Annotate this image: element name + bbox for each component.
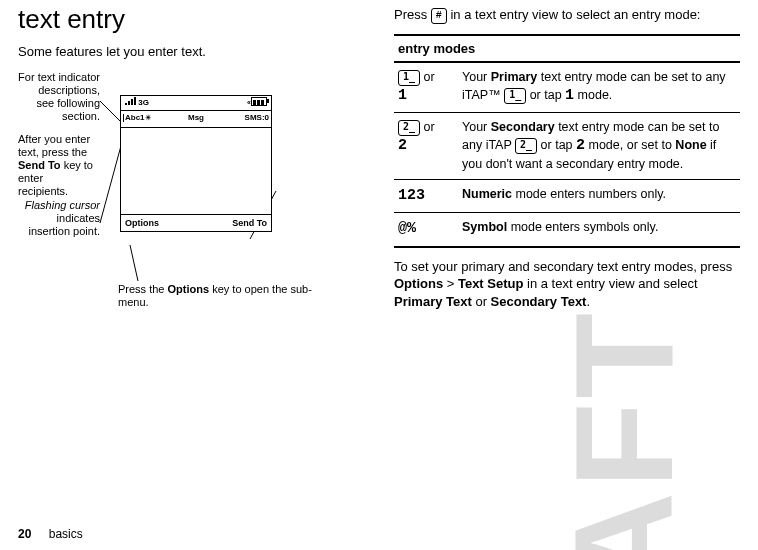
callout-options-b: Options [168,283,210,295]
input-mode-indicator: Abc1☀ [121,113,172,124]
network-label: 3G [138,98,149,107]
cursor-icon [123,114,124,122]
callout-cursor-em: Flashing cursor [25,199,100,211]
right-column: Press # in a text entry view to select a… [394,0,740,351]
right-intro-pre: Press [394,7,431,22]
mode-digit-1: 1 [398,87,407,104]
callout-indicators: For text indicator descriptions, see fol… [18,71,100,124]
itap1-icon: 1̲ [504,88,526,104]
callout-sendto-pre: After you enter text, press the [18,133,90,158]
hash-key-icon: # [431,8,447,24]
mode-symbol-icon: @% [398,220,416,237]
table-row: @% Symbol mode enters symbols only. [394,213,740,247]
row0-desc: Your Primary text entry mode can be set … [458,62,740,113]
callout-options-pre: Press the [118,283,168,295]
row0-or: or [420,70,435,84]
mode-icon-primary: 1̲ [398,70,420,86]
mode-icon-secondary: 2̲ [398,120,420,136]
phone-softkey-bar: Options Send To [121,214,271,231]
battery-icon: « [247,97,267,109]
page-title: text entry [18,2,364,37]
callout-cursor-rest: indicates insertion point. [28,212,100,237]
softkey-options[interactable]: Options [125,217,159,229]
phone-figure: 3G « Abc1☀ Msg SMS:0 Options Send To [18,71,364,351]
table-row: 123 Numeric mode enters numbers only. [394,180,740,213]
section-name: basics [49,527,83,541]
softkey-send-to[interactable]: Send To [232,217,267,229]
table-row: 1̲ or 1 Your Primary text entry mode can… [394,62,740,113]
page-number: 20 [18,527,31,541]
row2-desc: Numeric mode enters numbers only. [458,180,740,213]
mode-numeric-icon: 123 [398,187,425,204]
phone-mock: 3G « Abc1☀ Msg SMS:0 Options Send To [120,95,272,232]
callout-cursor: Flashing cursor indicates insertion poin… [18,199,100,239]
row3-desc: Symbol mode enters symbols only. [458,213,740,247]
table-row: 2̲ or 2 Your Secondary text entry mode c… [394,113,740,180]
page-footer: 20 basics [18,526,83,542]
callout-sendto-b: Send To [18,159,61,171]
callout-options: Press the Options key to open the sub-me… [118,283,318,309]
row1-or: or [420,120,435,134]
phone-text-area [121,128,271,214]
signal-icon: 3G [125,97,149,109]
screen-title: Msg [172,113,221,124]
page-columns: text entry Some features let you enter t… [0,0,758,351]
left-column: text entry Some features let you enter t… [18,0,364,351]
right-intro: Press # in a text entry view to select a… [394,6,740,24]
table-header: entry modes [394,35,740,63]
itap2-icon: 2̲ [515,138,537,154]
mode-digit-2: 2 [398,137,407,154]
callout-sendto: After you enter text, press the Send To … [18,133,94,199]
right-intro-post: in a text entry view to select an entry … [447,7,701,22]
entry-modes-table: entry modes 1̲ or 1 Your Primary text en… [394,34,740,248]
right-outro: To set your primary and secondary text e… [394,258,740,311]
phone-header-bar: Abc1☀ Msg SMS:0 [121,111,271,128]
sms-counter: SMS:0 [220,113,271,124]
row1-desc: Your Secondary text entry mode can be se… [458,113,740,180]
phone-status-bar: 3G « [121,96,271,111]
intro-text: Some features let you enter text. [18,43,364,61]
svg-line-3 [130,245,138,281]
